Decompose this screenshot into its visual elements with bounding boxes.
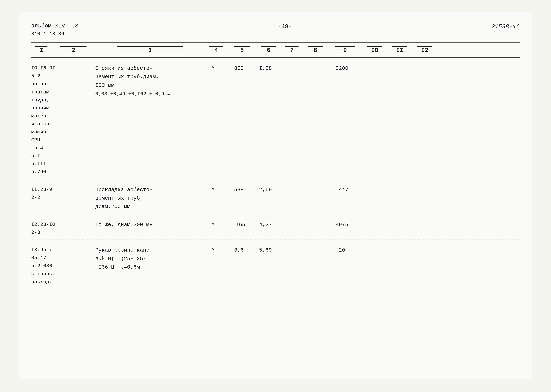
section-1-col7 [278, 64, 300, 65]
code-line: труда, [31, 96, 95, 104]
col-header-3: 3 [95, 46, 205, 55]
code-line: тратам [31, 88, 95, 96]
code-line: матер. [31, 112, 95, 120]
section-4-right: Рукав резиноткане-вый В(II)25-I25--I36-Ц… [95, 246, 520, 286]
section-4-col7 [278, 246, 300, 247]
code-line: с транс. [31, 270, 95, 278]
section-3-code: I2.23-IO 2-3 [31, 221, 95, 236]
section-4-col11 [384, 246, 409, 247]
section-1-description: Стояки из асбесто-цементных труб,диам.IO… [95, 64, 201, 90]
section-2: II.23-9 2-2 Прокладка асбесто-цементных … [31, 179, 520, 214]
section-1-v: I,58 [253, 64, 278, 71]
section-4-col12 [409, 246, 434, 247]
section-3-right: То же, диам.300 мм М II65 4,27 4975 [95, 221, 520, 236]
section-3-v: 4,27 [253, 221, 278, 228]
section-1-col12 [409, 64, 434, 65]
section-2-v: 2,69 [253, 186, 278, 193]
album-title: альбом XIV ч.3 [31, 22, 78, 30]
col-header-4: 4 [205, 46, 228, 55]
column-header-row: I 2 3 4 5 6 7 [31, 43, 520, 58]
section-4-code: I3.Пр-т 05-17 п.2-080 с транс. расход. [31, 246, 95, 286]
section-4: I3.Пр-т 05-17 п.2-080 с транс. расход. Р… [31, 240, 520, 289]
col-header-5: 5 [228, 46, 256, 55]
code-line: IO.I6-3I [31, 64, 95, 72]
section-1-col10 [359, 64, 384, 65]
code-line: машин [31, 128, 95, 136]
section-3-col9: 4975 [325, 221, 359, 228]
section-2-unit: М [201, 186, 225, 193]
col-header-2: 2 [51, 46, 95, 55]
section-2-col7 [278, 186, 300, 187]
section-2-col8 [300, 186, 325, 187]
section-4-col10 [359, 246, 384, 247]
section-1-formula: 0,03 +0,49 +0,I62 + 0,9 = [95, 91, 520, 97]
section-2-right: Прокладка асбесто-цементных труб,диам.20… [95, 186, 520, 211]
section-3-col12 [409, 221, 434, 222]
code-line: 2-3 [31, 228, 95, 236]
section-3-desc-row: То же, диам.300 мм М II65 4,27 4975 [95, 221, 520, 229]
section-1-col11 [384, 64, 409, 65]
code-line: гл.4 [31, 144, 95, 152]
section-2-col9: I447 [325, 186, 359, 193]
section-3: I2.23-IO 2-3 То же, диам.300 мм М II65 4… [31, 214, 520, 240]
album-code: 810-1-13 86 [31, 30, 78, 38]
section-1-desc-row: Стояки из асбесто-цементных труб,диам.IO… [95, 64, 520, 90]
section-2-description: Прокладка асбесто-цементных труб,диам.20… [95, 186, 201, 211]
col-header-6: 6 [256, 46, 281, 55]
section-3-qty: II65 [225, 221, 253, 228]
section-3-col11 [384, 221, 409, 222]
section-4-qty: 3,6 [225, 246, 253, 253]
code-line: ч.I [31, 152, 95, 160]
section-3-col7 [278, 221, 300, 222]
code-line: прочим [31, 104, 95, 112]
section-1-code: IO.I6-3I 5-2 по за- тратам труда, прочим… [31, 64, 95, 176]
code-line: СРЦ [31, 136, 95, 144]
code-line: расход. [31, 278, 95, 286]
code-line: II.23-9 [31, 186, 95, 194]
col-header-12: I2 [412, 46, 437, 55]
section-1-col9: I280 [325, 64, 359, 71]
section-2-col11 [384, 186, 409, 187]
section-4-description: Рукав резиноткане-вый В(II)25-I25--I36-Ц… [95, 246, 201, 271]
col-header-1: I [31, 46, 51, 55]
code-line: I3.Пр-т [31, 246, 95, 254]
code-line: 5-2 [31, 72, 95, 80]
header-left: альбом XIV ч.3 810-1-13 86 [31, 22, 78, 38]
col-header-10: IO [362, 46, 387, 55]
section-3-unit: М [201, 221, 225, 228]
code-line: р.III [31, 160, 95, 168]
code-line: п.2-080 [31, 262, 95, 270]
header-area: альбом XIV ч.3 810-1-13 86 -48- 21598-16 [31, 22, 520, 38]
code-line: I2.23-IO [31, 221, 95, 228]
col-header-9: 9 [328, 46, 362, 55]
code-line: 05-17 [31, 254, 95, 262]
section-2-col10 [359, 186, 384, 187]
code-line: по за- [31, 80, 95, 88]
section-1-unit: М [201, 64, 225, 71]
col-header-11: II [387, 46, 412, 55]
page: альбом XIV ч.3 810-1-13 86 -48- 21598-16… [19, 13, 532, 379]
section-2-col12 [409, 186, 434, 187]
section-3-col10 [359, 221, 384, 222]
section-4-desc-row: Рукав резиноткане-вый В(II)25-I25--I36-Ц… [95, 246, 520, 271]
col-header-8: 8 [303, 46, 328, 55]
section-2-qty: 538 [225, 186, 253, 193]
page-number: -48- [278, 22, 292, 30]
doc-number: 21598-16 [491, 22, 520, 30]
section-1-col8 [300, 64, 325, 65]
section-3-col8 [300, 221, 325, 222]
code-line: и эксп. [31, 120, 95, 128]
section-2-desc-row: Прокладка асбесто-цементных труб,диам.20… [95, 186, 520, 211]
section-4-unit: М [201, 246, 225, 253]
section-4-col8 [300, 246, 325, 247]
code-line: п.760 [31, 168, 95, 176]
section-3-description: То же, диам.300 мм [95, 221, 201, 229]
section-4-v: 5,69 [253, 246, 278, 253]
code-line: 2-2 [31, 194, 95, 202]
section-4-col9: 20 [325, 246, 359, 253]
col-header-7: 7 [281, 46, 303, 55]
section-2-code: II.23-9 2-2 [31, 186, 95, 211]
section-1-qty: 8IO [225, 64, 253, 71]
section-1-right: Стояки из асбесто-цементных труб,диам.IO… [95, 64, 520, 176]
section-1: IO.I6-3I 5-2 по за- тратам труда, прочим… [31, 58, 520, 179]
